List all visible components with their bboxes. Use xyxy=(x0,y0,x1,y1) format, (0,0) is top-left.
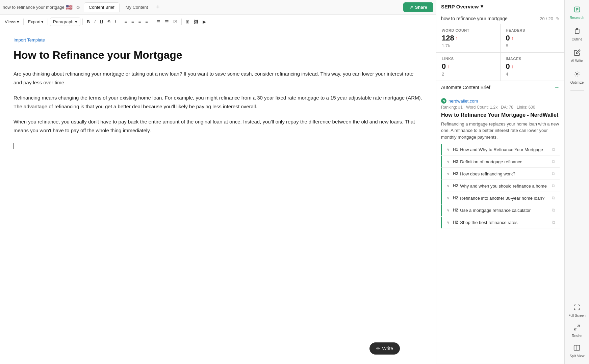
outline-item-text: ∨ H1 How and Why to Refinance Your Mortg… xyxy=(447,147,543,152)
outline-list: ∨ H1 How and Why to Refinance Your Mortg… xyxy=(441,144,560,228)
split-view-icon xyxy=(573,344,580,353)
image-btn[interactable]: 🖼 xyxy=(192,18,200,26)
cursor-paragraph[interactable] xyxy=(14,141,422,150)
align-right-icon: ≡ xyxy=(138,19,141,24)
tab-bar: how to refinance your mortgage 🇺🇸 ⚙ Cont… xyxy=(0,0,436,15)
copy-icon[interactable]: ⧉ xyxy=(552,159,555,164)
serp-count: 20 / 20 xyxy=(540,16,553,21)
copy-icon[interactable]: ⧉ xyxy=(552,195,555,201)
svg-line-7 xyxy=(574,328,577,330)
doc-tab-title: how to refinance your mortgage xyxy=(3,5,65,10)
editor-content[interactable]: Import Template How to Refinance your Mo… xyxy=(0,29,436,364)
import-template-link[interactable]: Import Template xyxy=(14,37,45,43)
outline-item: ∨ H2 Definition of mortgage refinance ⧉ xyxy=(441,156,560,168)
outline-item: ∨ H2 Shop the best refinance rates ⧉ xyxy=(441,217,560,228)
serp-search-bar: how to refinance your mortgage 20 / 20 ✎ xyxy=(436,13,564,24)
write-icon: ✏ xyxy=(376,346,380,351)
automate-arrow-icon: → xyxy=(554,84,560,90)
align-group: ≡ ≡ ≡ ≡ xyxy=(122,18,150,26)
bold-btn[interactable]: B xyxy=(85,18,92,26)
tab-my-content[interactable]: My Content xyxy=(121,3,153,12)
copy-icon[interactable]: ⧉ xyxy=(552,147,555,152)
views-btn[interactable]: Views ▾ xyxy=(3,18,21,26)
tab-settings-btn[interactable]: ⚙ xyxy=(74,4,82,11)
list-group: ☰ ☰ ☑ xyxy=(154,18,179,26)
serp-domain-link[interactable]: nerdwallet.com xyxy=(449,99,478,104)
resize-icon xyxy=(573,324,580,333)
headers-up-arrow: ↑ xyxy=(511,35,514,41)
chevron-down-icon: ▾ xyxy=(17,19,19,24)
serp-title-dropdown[interactable]: SERP Overview ▾ xyxy=(441,3,483,9)
write-button[interactable]: ✏ Write xyxy=(369,342,400,355)
stats-grid-row2: LINKS 0 ↑ 2 IMAGES 0 ↑ 4 xyxy=(436,53,564,81)
underline-btn[interactable]: U xyxy=(98,18,105,26)
chevron-down-icon: ▾ xyxy=(41,19,44,24)
align-left-btn[interactable]: ≡ xyxy=(122,18,129,26)
outline-item-text: ∨ H2 How does refinancing work? xyxy=(447,171,515,176)
share-icon: ↗ xyxy=(409,5,413,10)
sidebar-divider xyxy=(570,90,584,91)
media-icon: ▶ xyxy=(203,19,206,24)
media-btn[interactable]: ▶ xyxy=(201,18,208,26)
automate-content-brief-bar[interactable]: Automate Content Brief → xyxy=(436,81,564,94)
images-up-arrow: ↑ xyxy=(511,64,514,69)
outline-item: ∨ H2 Refinance into another 30-year home… xyxy=(441,192,560,204)
table-btn[interactable]: ⊞ xyxy=(184,18,191,26)
bullet-list-btn[interactable]: ☰ xyxy=(154,18,162,26)
chevron-icon[interactable]: ∨ xyxy=(447,184,450,188)
tab-content-brief[interactable]: Content Brief xyxy=(84,2,120,12)
checklist-btn[interactable]: ☑ xyxy=(171,18,179,26)
sidebar-item-research[interactable]: Research xyxy=(567,3,587,23)
outline-item-text: ∨ H2 Why and when you should refinance a… xyxy=(447,184,547,189)
document-title[interactable]: How to Refinance your Mortgage xyxy=(14,49,422,61)
document-body[interactable]: Are you thinking about refinancing your … xyxy=(14,69,422,150)
align-justify-btn[interactable]: ≡ xyxy=(143,18,150,26)
chevron-icon[interactable]: ∨ xyxy=(447,196,450,200)
outline-item-text: ∨ H2 Shop the best refinance rates xyxy=(447,220,517,225)
export-btn[interactable]: Export ▾ xyxy=(26,18,46,26)
sidebar-item-outline[interactable]: Outline xyxy=(567,24,587,45)
research-icon xyxy=(574,6,581,15)
italic-btn[interactable]: I xyxy=(92,18,98,26)
sidebar-item-optimize[interactable]: Optimize xyxy=(567,67,587,88)
insert-group: ⊞ 🖼 ▶ xyxy=(184,18,208,26)
outline-item-text: ∨ H2 Definition of mortgage refinance xyxy=(447,159,522,164)
copy-icon[interactable]: ⧉ xyxy=(552,183,555,189)
sidebar-item-full-screen[interactable]: Full Screen xyxy=(566,301,588,321)
serp-search-query: how to refinance your mortgage xyxy=(441,16,537,21)
optimize-icon xyxy=(574,71,581,79)
outline-icon xyxy=(574,28,581,36)
serp-edit-icon[interactable]: ✎ xyxy=(556,16,560,21)
sidebar-item-resize[interactable]: Resize xyxy=(566,321,588,341)
share-button[interactable]: ↗ Share xyxy=(403,2,433,12)
format-group: B I U S I xyxy=(85,18,118,26)
links-up-arrow: ↑ xyxy=(447,64,450,69)
ordered-list-btn[interactable]: ☰ xyxy=(163,18,171,26)
align-right-btn[interactable]: ≡ xyxy=(136,18,143,26)
chevron-icon[interactable]: ∨ xyxy=(447,147,450,152)
image-icon: 🖼 xyxy=(194,19,198,24)
toolbar-sep-3 xyxy=(82,19,83,25)
chevron-icon[interactable]: ∨ xyxy=(447,208,450,213)
stat-images: IMAGES 0 ↑ 4 xyxy=(501,53,565,81)
chevron-icon[interactable]: ∨ xyxy=(447,220,450,225)
copy-icon[interactable]: ⧉ xyxy=(552,207,555,213)
chevron-icon[interactable]: ∨ xyxy=(447,172,450,176)
copy-icon[interactable]: ⧉ xyxy=(552,171,555,176)
chevron-icon[interactable]: ∨ xyxy=(447,160,450,164)
serp-meta-info: Ranking: #1 Word Count: 1.2k DA: 78 Link… xyxy=(441,105,560,110)
align-center-btn[interactable]: ≡ xyxy=(129,18,136,26)
chevron-down-icon: ▾ xyxy=(75,19,77,24)
sidebar-item-ai-write[interactable]: AI Write xyxy=(567,46,587,66)
sidebar-bottom: Full Screen Resize Split View xyxy=(566,301,588,361)
italic-style-btn[interactable]: I xyxy=(113,18,118,26)
paragraph-1: Are you thinking about refinancing your … xyxy=(14,69,422,87)
copy-icon[interactable]: ⧉ xyxy=(552,220,555,225)
strikethrough-btn[interactable]: S xyxy=(105,18,112,26)
serp-result-snippet: Refinancing a mortgage replaces your hom… xyxy=(441,121,560,141)
paragraph-select[interactable]: Paragraph ▾ xyxy=(50,18,80,26)
tab-add-btn[interactable]: + xyxy=(154,3,162,11)
serp-panel: SERP Overview ▾ how to refinance your mo… xyxy=(436,0,565,364)
serp-header: SERP Overview ▾ xyxy=(436,0,564,13)
sidebar-item-split-view[interactable]: Split View xyxy=(566,341,588,361)
